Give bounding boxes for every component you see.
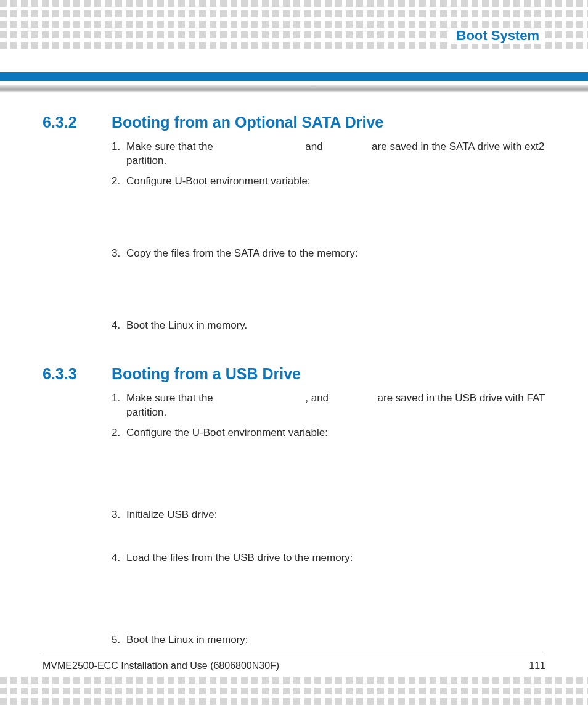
step-item: 1. Make sure that the , and are saved in…: [112, 392, 545, 420]
step-text: Configure the U-Boot environment variabl…: [126, 426, 545, 440]
step-number: 2.: [112, 174, 126, 189]
step-text: Copy the files from the SATA drive to th…: [126, 247, 545, 261]
step-text: Make sure that the , and are saved in th…: [126, 392, 545, 420]
chapter-title: Boot System: [451, 28, 545, 44]
step-number: 2.: [112, 426, 126, 440]
step-number: 3.: [112, 508, 126, 522]
section-heading-6-3-3: 6.3.3 Booting from a USB Drive: [43, 365, 545, 383]
step-item: 5. Boot the Linux in memory:: [112, 633, 545, 647]
step-number: 3.: [112, 247, 126, 261]
step-item: 4. Boot the Linux in memory.: [112, 319, 545, 333]
step-text: Initialize USB drive:: [126, 508, 545, 522]
step-item: 2. Configure U-Boot environment variable…: [112, 174, 545, 189]
step-text-prefix: Make sure that the: [126, 141, 216, 152]
step-text-mid: and: [305, 141, 325, 152]
step-item: 4. Load the files from the USB drive to …: [112, 551, 545, 565]
header-blue-bar: [0, 72, 588, 81]
page-footer: MVME2500-ECC Installation and Use (68068…: [43, 655, 545, 671]
footer-page-number: 111: [529, 660, 545, 671]
step-text-mid: , and: [305, 392, 332, 404]
step-text: Boot the Linux in memory.: [126, 319, 545, 333]
step-number: 1.: [112, 392, 126, 420]
footer-rule: [43, 655, 545, 655]
footer-doc-id: MVME2500-ECC Installation and Use (68068…: [43, 660, 279, 671]
section-title: Booting from a USB Drive: [112, 365, 301, 383]
page-content: 6.3.2 Booting from an Optional SATA Driv…: [43, 113, 545, 647]
decorative-dots-bottom: [0, 677, 588, 706]
step-number: 1.: [112, 140, 126, 168]
step-text: Load the files from the USB drive to the…: [126, 551, 545, 565]
step-number: 5.: [112, 633, 126, 647]
section-6-3-2-steps: 1. Make sure that the and are saved in t…: [112, 140, 545, 333]
section-heading-6-3-2: 6.3.2 Booting from an Optional SATA Driv…: [43, 113, 545, 131]
step-item: 3. Initialize USB drive:: [112, 508, 545, 522]
step-item: 1. Make sure that the and are saved in t…: [112, 140, 545, 168]
step-text: Make sure that the and are saved in the …: [126, 140, 545, 168]
step-number: 4.: [112, 319, 126, 333]
step-text: Configure U-Boot environment variable:: [126, 174, 545, 189]
step-item: 3. Copy the files from the SATA drive to…: [112, 247, 545, 261]
step-number: 4.: [112, 551, 126, 565]
section-6-3-3-steps: 1. Make sure that the , and are saved in…: [112, 392, 545, 648]
step-text: Boot the Linux in memory:: [126, 633, 545, 647]
header-gradient-bar: [0, 85, 588, 94]
step-item: 2. Configure the U-Boot environment vari…: [112, 426, 545, 440]
step-text-prefix: Make sure that the: [126, 392, 216, 404]
section-number: 6.3.3: [43, 365, 112, 383]
section-title: Booting from an Optional SATA Drive: [112, 113, 383, 131]
section-number: 6.3.2: [43, 113, 112, 131]
